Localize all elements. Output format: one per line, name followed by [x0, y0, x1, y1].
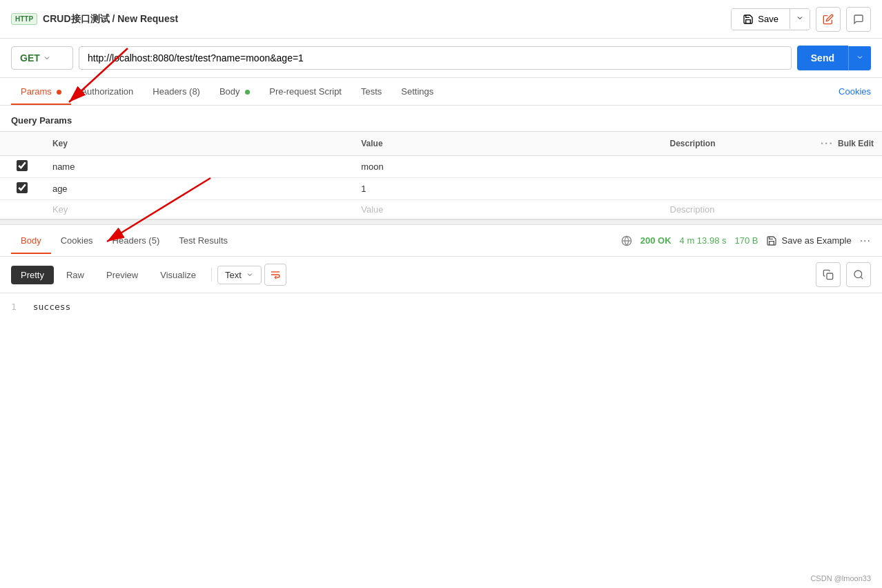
col-header-value: Value [353, 132, 661, 156]
tab-body[interactable]: Body [210, 78, 259, 105]
save-example-button[interactable]: Save as Example [766, 235, 851, 246]
copy-icon [823, 269, 834, 280]
section-divider [0, 219, 882, 225]
resp-tab-test-results[interactable]: Test Results [169, 227, 237, 254]
response-more-options[interactable]: ··· [860, 235, 871, 247]
resp-tab-cookies[interactable]: Cookies [51, 227, 103, 254]
table-row: name moon [0, 156, 882, 178]
save-dropdown-button[interactable] [790, 9, 810, 29]
chevron-down-icon [796, 14, 804, 22]
method-label: GET [20, 52, 40, 63]
save-icon [743, 14, 754, 25]
search-icon [853, 269, 864, 280]
tab-tests[interactable]: Tests [351, 78, 391, 105]
response-size: 170 B [735, 235, 758, 246]
status-code: 200 OK [640, 235, 672, 246]
line-number-1: 1 [11, 302, 17, 312]
response-body: 1 success [0, 293, 882, 320]
method-select[interactable]: GET [11, 46, 73, 70]
cookies-link[interactable]: Cookies [839, 78, 871, 105]
format-divider [211, 268, 212, 282]
fmt-tab-preview[interactable]: Preview [97, 266, 148, 284]
tab-pre-request[interactable]: Pre-request Script [259, 78, 351, 105]
request-tabs: Params Authorization Headers (8) Body Pr… [0, 78, 882, 106]
wrap-icon [270, 269, 281, 280]
response-tabs-bar: Body Cookies Headers (5) Test Results 20… [0, 225, 882, 257]
row1-checkbox[interactable] [17, 160, 28, 171]
query-params-title: Query Params [0, 106, 882, 131]
url-input[interactable] [79, 46, 792, 70]
row3-description[interactable]: Description [662, 200, 883, 219]
row2-key[interactable]: age [44, 178, 353, 200]
fmt-tab-visualize[interactable]: Visualize [150, 266, 206, 284]
svg-rect-6 [827, 273, 833, 280]
comment-icon [853, 14, 864, 25]
body-dot [245, 90, 250, 95]
format-chevron-icon [246, 271, 254, 279]
globe-icon [621, 235, 632, 246]
format-bar: Pretty Raw Preview Visualize Text [0, 257, 882, 293]
col-header-description: Description ··· Bulk Edit [662, 132, 883, 156]
breadcrumb: CRUD接口测试 / New Request [43, 13, 178, 26]
edit-icon [823, 14, 834, 25]
copy-response-button[interactable] [816, 262, 841, 287]
resp-tab-headers[interactable]: Headers (5) [103, 227, 170, 254]
format-type-label: Text [225, 270, 242, 280]
save-main-button[interactable]: Save [732, 9, 790, 30]
row2-value[interactable]: 1 [353, 178, 661, 200]
col-header-key: Key [44, 132, 353, 156]
svg-line-8 [861, 277, 863, 279]
search-response-button[interactable] [846, 262, 871, 287]
row1-key[interactable]: name [44, 156, 353, 178]
edit-button[interactable] [816, 7, 841, 32]
http-badge: HTTP [11, 13, 37, 25]
row1-value[interactable]: moon [353, 156, 661, 178]
format-type-select[interactable]: Text [217, 266, 262, 284]
send-chevron-icon [856, 53, 864, 61]
send-dropdown-button[interactable] [848, 46, 871, 70]
fmt-tab-pretty[interactable]: Pretty [11, 266, 54, 284]
response-status: 200 OK 4 m 13.98 s 170 B Save as Example… [621, 235, 871, 247]
save-button-group[interactable]: Save [731, 8, 810, 30]
table-row: age 1 [0, 178, 882, 200]
wrap-button[interactable] [264, 264, 286, 286]
tab-authorization[interactable]: Authorization [71, 78, 143, 105]
resp-tab-body[interactable]: Body [11, 227, 51, 254]
send-main-button[interactable]: Send [797, 46, 848, 70]
fmt-tab-raw[interactable]: Raw [57, 266, 94, 284]
send-button-group[interactable]: Send [797, 46, 871, 70]
format-right-actions [816, 262, 871, 287]
row2-checkbox[interactable] [17, 182, 28, 193]
tab-headers[interactable]: Headers (8) [143, 78, 210, 105]
tab-settings[interactable]: Settings [391, 78, 443, 105]
params-table: Key Value Description ··· Bulk Edit na [0, 131, 882, 219]
watermark: CSDN @lmoon33 [810, 574, 871, 582]
response-line-1: success [33, 302, 71, 312]
row3-key[interactable]: Key [44, 200, 353, 219]
table-row: Key Value Description [0, 200, 882, 219]
svg-point-7 [854, 271, 862, 278]
row2-description[interactable] [662, 178, 883, 200]
col-header-check [0, 132, 44, 156]
bulk-edit-button[interactable]: Bulk Edit [838, 139, 874, 148]
save-example-icon [766, 235, 777, 246]
row3-value[interactable]: Value [353, 200, 661, 219]
method-chevron-icon [43, 54, 51, 62]
response-time: 4 m 13.98 s [680, 235, 727, 246]
comment-button[interactable] [846, 7, 871, 32]
params-dot [57, 90, 61, 95]
row1-description[interactable] [662, 156, 883, 178]
save-example-label: Save as Example [781, 235, 851, 246]
save-label: Save [758, 14, 778, 24]
more-options-icon: ··· [821, 137, 834, 150]
tab-params[interactable]: Params [11, 78, 71, 105]
